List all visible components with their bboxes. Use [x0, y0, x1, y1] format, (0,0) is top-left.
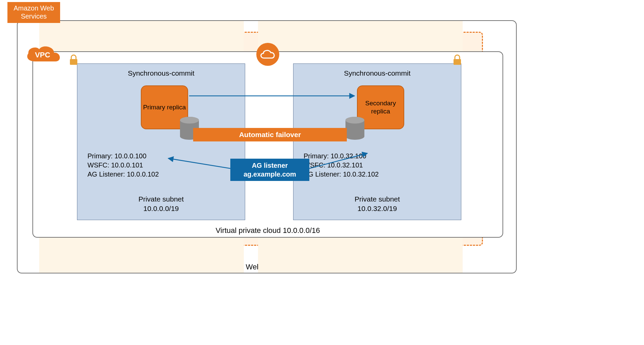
- database-icon: [344, 116, 366, 142]
- private-subnet-1: Synchronous-commit Primary replica Prima…: [77, 63, 245, 220]
- svg-point-10: [345, 133, 364, 140]
- vpc-box: VPC Virtual private cloud 10.0.0.0/16 Sy…: [32, 51, 503, 238]
- commit-mode-2: Synchronous-commit: [293, 69, 461, 77]
- lock-icon: [69, 54, 79, 67]
- secondary-replica-label: Secondary replica: [358, 99, 404, 115]
- ip-addresses-2: Primary: 10.0.32.100 WSFC: 10.0.32.101 A…: [304, 152, 379, 179]
- aws-cloud-tag: Amazon Web Services: [7, 2, 60, 23]
- subnet-1-label: Private subnet 10.0.0.0/19: [138, 194, 184, 213]
- ag-listener-ip-1: AG Listener: 10.0.0.102: [87, 170, 159, 179]
- ag-listener-ip-2: AG Listener: 10.0.32.102: [304, 170, 379, 179]
- automatic-failover-bar: Automatic failover: [193, 128, 347, 141]
- primary-ip-1: Primary: 10.0.0.100: [87, 152, 159, 161]
- svg-text:VPC: VPC: [35, 51, 50, 59]
- subnet-1-name: Private subnet: [138, 194, 184, 204]
- wsfc-ip-2: WSFC: 10.0.32.101: [304, 161, 379, 170]
- cloud-icon: [256, 43, 280, 68]
- failover-label: Automatic failover: [239, 131, 301, 139]
- private-subnet-2: Synchronous-commit Secondary replica Pri…: [293, 63, 461, 220]
- architecture-diagram: Amazon Web Services Amazon Web Services …: [17, 20, 517, 273]
- lock-icon: [452, 54, 462, 67]
- svg-point-11: [345, 117, 364, 124]
- subnet-2-label: Private subnet 10.0.32.0/19: [355, 194, 400, 213]
- svg-point-6: [180, 117, 199, 124]
- wsfc-ip-1: WSFC: 10.0.0.101: [87, 161, 159, 170]
- vpc-label: Virtual private cloud 10.0.0.0/16: [215, 226, 320, 235]
- commit-mode-1: Synchronous-commit: [77, 69, 245, 77]
- ip-addresses-1: Primary: 10.0.0.100 WSFC: 10.0.0.101 AG …: [87, 152, 159, 179]
- subnet-2-cidr: 10.0.32.0/19: [355, 204, 400, 213]
- primary-ip-2: Primary: 10.0.32.100: [304, 152, 379, 161]
- svg-rect-2: [70, 59, 77, 65]
- svg-point-1: [256, 43, 279, 66]
- ag-listener-host: ag.example.com: [243, 170, 296, 179]
- svg-rect-7: [454, 59, 461, 65]
- subnet-1-cidr: 10.0.0.0/19: [138, 204, 184, 213]
- ag-listener-title: AG listener: [252, 161, 288, 170]
- subnet-2-name: Private subnet: [355, 194, 400, 204]
- vpc-icon: VPC: [23, 45, 63, 68]
- ag-listener-box: AG listener ag.example.com: [230, 159, 309, 181]
- primary-replica-label: Primary replica: [143, 103, 186, 111]
- region-box: Amazon Web Services Region Availability …: [17, 20, 517, 273]
